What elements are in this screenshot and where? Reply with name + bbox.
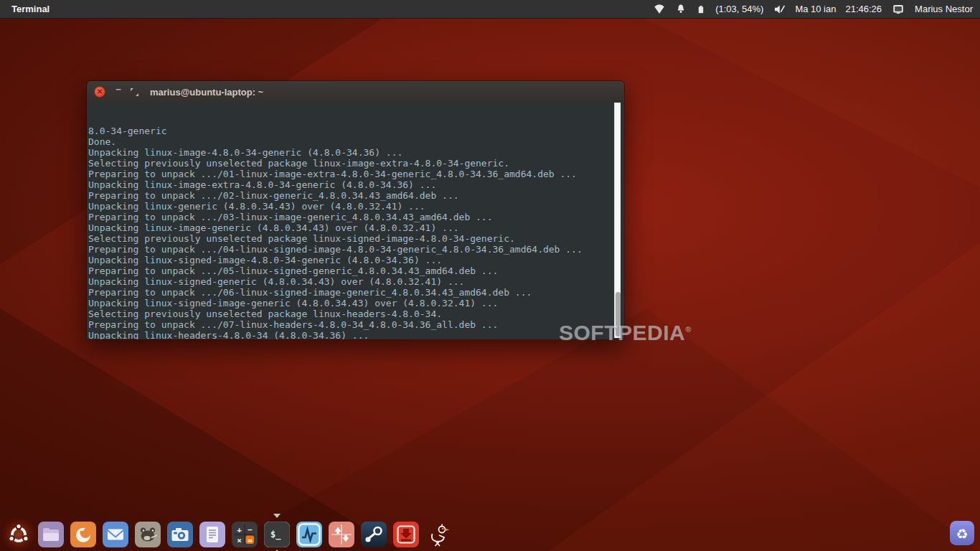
duck-app-icon[interactable]: [425, 522, 451, 547]
terminal-line: Unpacking linux-generic (4.8.0.34.43) ov…: [88, 201, 624, 212]
close-button[interactable]: ✕: [94, 86, 105, 98]
steam-icon[interactable]: [361, 522, 387, 547]
terminal-line: Preparing to unpack .../06-linux-signed-…: [88, 287, 624, 298]
terminal-line: Preparing to unpack .../05-linux-signed-…: [88, 265, 624, 276]
terminal-line: Preparing to unpack .../03-linux-image-g…: [88, 212, 624, 222]
text-editor-icon[interactable]: [199, 522, 225, 547]
notifications-bell-icon[interactable]: [675, 3, 687, 15]
svg-text:−: −: [248, 525, 253, 534]
terminal-output-lines: 8.0-34-genericDone.Unpacking linux-image…: [88, 126, 624, 339]
transmission-icon[interactable]: [393, 522, 419, 547]
terminal-line: Unpacking linux-headers-4.8.0-34 (4.8.0-…: [88, 330, 624, 339]
svg-text:♻: ♻: [956, 527, 969, 542]
scrollbar-track[interactable]: [614, 103, 621, 338]
session-monitor-icon[interactable]: [891, 3, 905, 16]
terminal-line: Preparing to unpack .../04-linux-signed-…: [88, 244, 624, 255]
terminal-line: Preparing to unpack .../02-linux-generic…: [88, 190, 624, 201]
clock-label[interactable]: 21:46:26: [845, 4, 882, 14]
terminal-line: Unpacking linux-signed-image-4.8.0-34-ge…: [88, 255, 624, 265]
terminal-line: Preparing to unpack .../01-linux-image-e…: [88, 169, 624, 179]
screenshot-icon[interactable]: [167, 522, 193, 547]
software-updater-icon[interactable]: [329, 522, 354, 547]
terminal-body[interactable]: 8.0-34-genericDone.Unpacking linux-image…: [87, 103, 624, 339]
terminal-line: Unpacking linux-image-generic (4.8.0.34.…: [88, 222, 624, 233]
terminal-line: Done.: [88, 136, 624, 147]
gimp-icon[interactable]: [135, 522, 161, 547]
svg-text:×: ×: [237, 536, 242, 545]
terminal-line: Preparing to unpack .../07-linux-headers…: [88, 319, 624, 330]
terminal-window: ✕ − marius@ubuntu-laptop: ~ 8.0-34-gener…: [86, 80, 625, 340]
terminal-line: 8.0-34-generic: [88, 126, 624, 136]
terminal-line: Selecting previously unselected package …: [88, 309, 624, 319]
terminal-line: Selecting previously unselected package …: [88, 158, 624, 169]
username-menu[interactable]: Marius Nestor: [915, 4, 973, 14]
registered-mark: ®: [685, 325, 692, 334]
wifi-icon[interactable]: [653, 3, 666, 16]
calculator-icon[interactable]: + − × =: [232, 522, 258, 547]
terminal-dock-icon[interactable]: $_: [264, 522, 290, 547]
terminal-line: Unpacking linux-image-extra-4.8.0-34-gen…: [88, 179, 624, 190]
terminal-line: Selecting previously unselected package …: [88, 233, 624, 244]
terminal-titlebar[interactable]: ✕ − marius@ubuntu-laptop: ~: [87, 81, 624, 103]
date-label[interactable]: Ma 10 ian: [795, 4, 836, 14]
battery-icon[interactable]: [696, 3, 706, 16]
softpedia-watermark: SOFTPEDIA®: [559, 321, 692, 345]
sound-muted-icon[interactable]: [773, 3, 786, 16]
terminal-line: Unpacking linux-signed-generic (4.8.0.34…: [88, 276, 624, 287]
svg-text:+: +: [237, 525, 242, 534]
svg-text:$_: $_: [270, 529, 281, 540]
terminal-line: Unpacking linux-image-4.8.0-34-generic (…: [88, 147, 624, 158]
top-panel: Terminal (1:03, 54%) Ma 10 ian 21:46:26 …: [0, 0, 980, 19]
files-icon[interactable]: [38, 522, 64, 547]
svg-text:=: =: [248, 536, 253, 545]
mail-icon[interactable]: [103, 522, 128, 547]
restore-icon[interactable]: [130, 87, 139, 100]
ubuntu-launcher-icon[interactable]: [6, 522, 32, 547]
terminal-line: Unpacking linux-signed-image-generic (4.…: [88, 298, 624, 309]
firefox-icon[interactable]: [70, 522, 96, 547]
active-app-menu[interactable]: Terminal: [11, 4, 50, 14]
dock: + − × = $_: [0, 511, 980, 551]
trash-icon[interactable]: ♻: [950, 521, 974, 545]
window-title: marius@ubuntu-laptop: ~: [150, 87, 263, 98]
minimize-button[interactable]: −: [113, 84, 124, 95]
battery-status-label[interactable]: (1:03, 54%): [715, 4, 763, 14]
system-monitor-icon[interactable]: [296, 522, 322, 547]
